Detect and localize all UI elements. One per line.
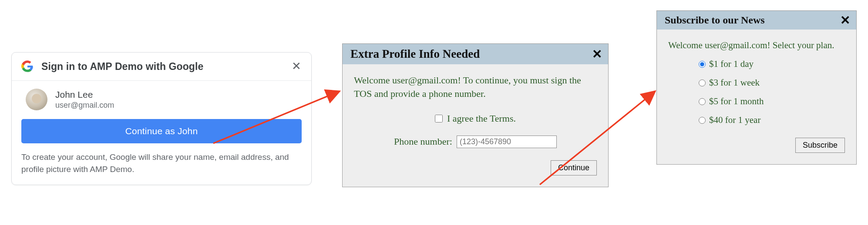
plan-radio[interactable] xyxy=(699,79,706,86)
google-logo-icon xyxy=(21,60,34,73)
user-email: user@gmail.com xyxy=(55,101,114,110)
phone-row: Phone number: xyxy=(354,136,597,148)
user-name: John Lee xyxy=(55,89,114,100)
modal-footer: Continue xyxy=(354,160,597,175)
google-user-row[interactable]: John Lee user@gmail.com xyxy=(21,89,302,110)
profile-info-modal: Extra Profile Info Needed ✕ Welcome user… xyxy=(342,43,609,187)
continue-as-button[interactable]: Continue as John xyxy=(21,119,302,143)
close-icon[interactable]: ✕ xyxy=(840,15,850,26)
plan-radio[interactable] xyxy=(699,117,706,124)
google-card-title: Sign in to AMP Demo with Google xyxy=(41,61,291,73)
modal-body: Welcome user@gmail.com! Select your plan… xyxy=(657,30,856,164)
plan-option[interactable]: $3 for 1 week xyxy=(699,77,845,88)
plan-radio[interactable] xyxy=(699,61,706,68)
subscribe-button[interactable]: Subscribe xyxy=(795,138,845,153)
plan-option[interactable]: $40 for 1 year xyxy=(699,115,845,126)
plan-option[interactable]: $5 for 1 month xyxy=(699,96,845,107)
modal-title: Subscribe to our News xyxy=(665,14,840,26)
google-card-header: Sign in to AMP Demo with Google ✕ xyxy=(12,53,311,81)
terms-checkbox[interactable] xyxy=(435,115,443,122)
terms-row: I agree the Terms. xyxy=(354,113,597,124)
close-icon[interactable]: ✕ xyxy=(592,49,602,60)
plan-option[interactable]: $1 for 1 day xyxy=(699,59,845,69)
phone-input[interactable] xyxy=(457,136,557,148)
plan-label: $3 for 1 week xyxy=(709,77,760,88)
modal-title: Extra Profile Info Needed xyxy=(350,47,592,61)
terms-label: I agree the Terms. xyxy=(447,113,516,124)
disclosure-text: To create your account, Google will shar… xyxy=(21,151,302,175)
modal-footer: Subscribe xyxy=(668,138,845,153)
welcome-text: Welcome user@gmail.com! Select your plan… xyxy=(668,39,845,52)
close-icon[interactable]: ✕ xyxy=(291,61,302,72)
welcome-text: Welcome user@gmail.com! To continue, you… xyxy=(354,74,597,101)
avatar xyxy=(26,89,47,110)
continue-button[interactable]: Continue xyxy=(551,160,597,175)
plan-label: $40 for 1 year xyxy=(709,115,760,126)
google-card-body: John Lee user@gmail.com Continue as John… xyxy=(12,81,311,185)
plan-label: $5 for 1 month xyxy=(709,96,764,107)
modal-body: Welcome user@gmail.com! To continue, you… xyxy=(343,64,608,187)
phone-label: Phone number: xyxy=(394,136,452,147)
google-signin-card: Sign in to AMP Demo with Google ✕ John L… xyxy=(11,52,312,185)
plan-label: $1 for 1 day xyxy=(709,59,754,69)
subscribe-modal: Subscribe to our News ✕ Welcome user@gma… xyxy=(656,10,857,165)
modal-header: Extra Profile Info Needed ✕ xyxy=(343,44,608,64)
modal-header: Subscribe to our News ✕ xyxy=(657,11,856,30)
plan-radio[interactable] xyxy=(699,98,706,105)
plan-options: $1 for 1 day $3 for 1 week $5 for 1 mont… xyxy=(699,59,845,126)
